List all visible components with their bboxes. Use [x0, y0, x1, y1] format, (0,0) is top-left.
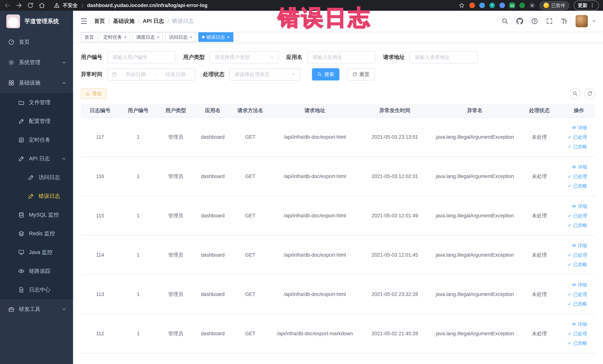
close-icon[interactable]: × — [157, 35, 159, 39]
extension-icon[interactable]: on — [509, 3, 515, 8]
sidebar-fold-icon[interactable] — [80, 17, 88, 25]
user-id-input[interactable] — [107, 51, 175, 63]
user-type-select[interactable]: 请选择用户类型 — [209, 51, 278, 63]
extension-icon[interactable] — [479, 3, 485, 8]
browser-menu-dots-icon[interactable] — [590, 3, 595, 8]
extension-icon[interactable] — [499, 3, 505, 8]
extension-icon[interactable]: Y — [489, 3, 495, 8]
sidebar-item-error-log[interactable]: 错误日志 — [0, 187, 73, 205]
sidebar-item-home[interactable]: 首页 — [0, 32, 73, 52]
paused-badge[interactable]: 已暂停 — [539, 1, 569, 10]
close-icon[interactable]: × — [124, 35, 127, 39]
sidebar-item-label: Java 监控 — [29, 249, 52, 256]
browser-update-button[interactable]: 更新 — [574, 0, 599, 10]
detail-link[interactable]: 详细 — [572, 203, 587, 209]
search-button-label: 搜索 — [324, 71, 334, 78]
app-logo[interactable]: 芋道管理系统 — [0, 11, 73, 32]
browser-reload-button[interactable] — [27, 2, 34, 9]
breadcrumb-api-logs[interactable]: API 日志 — [143, 17, 164, 25]
sidebar-item-java-monitor[interactable]: Java 监控 — [0, 243, 73, 262]
mark-ignored-link[interactable]: 已忽略 — [567, 143, 587, 150]
process-status-select[interactable]: 请选择处理状态 — [229, 68, 300, 81]
sidebar-item-file-management[interactable]: 文件管理 — [0, 93, 73, 112]
user-avatar[interactable] — [576, 15, 588, 27]
cell-method: GET — [231, 292, 269, 297]
bookmark-star-icon[interactable] — [459, 2, 465, 9]
mark-processed-link[interactable]: 已处理 — [567, 213, 587, 219]
mark-processed-link[interactable]: 已处理 — [567, 252, 587, 258]
eye-icon — [572, 125, 576, 130]
detail-link[interactable]: 详细 — [572, 164, 587, 170]
cell-user-id: 1 — [119, 252, 157, 258]
tab-error-log[interactable]: 错误日志 × — [198, 32, 233, 42]
tab-schedule-log[interactable]: 调度日志 × — [133, 32, 163, 42]
sidebar-item-infrastructure[interactable]: 基础设施 — [0, 73, 73, 93]
mark-processed-link[interactable]: 已处理 — [567, 134, 587, 140]
help-icon[interactable] — [531, 18, 538, 25]
address-bar[interactable]: 不安全 | dashboard.yudao.iocoder.cn/infra/l… — [54, 2, 208, 9]
sidebar-item-access-log[interactable]: 访问日志 — [0, 168, 73, 187]
browser-forward-button[interactable] — [16, 2, 22, 9]
sidebar-item-scheduled-jobs[interactable]: 定时任务 — [0, 130, 73, 149]
extension-icon[interactable] — [469, 3, 475, 8]
cell-user-type: 管理员 — [157, 212, 195, 219]
close-icon[interactable]: × — [227, 35, 230, 39]
sidebar-item-config-management[interactable]: 配置管理 — [0, 112, 73, 130]
mark-ignored-link[interactable]: 已忽略 — [567, 183, 587, 189]
address-divider: | — [82, 3, 83, 8]
font-size-icon[interactable] — [561, 18, 568, 25]
sidebar-item-mysql-monitor[interactable]: MySQL 监控 — [0, 205, 73, 224]
app-name-input[interactable] — [307, 51, 375, 63]
browser-home-button[interactable] — [39, 2, 45, 9]
header-search-icon[interactable] — [501, 18, 509, 25]
mark-processed-link[interactable]: 已处理 — [567, 291, 587, 297]
reset-button[interactable]: 重置 — [347, 68, 375, 81]
tab-label: 调度日志 — [136, 34, 155, 40]
toggle-search-button[interactable] — [570, 88, 580, 99]
mark-ignored-link[interactable]: 已忽略 — [567, 301, 587, 307]
detail-link[interactable]: 详细 — [572, 282, 587, 288]
calendar-icon — [112, 72, 117, 77]
page-content: 用户编号 用户类型 请选择用户类型 应用名 请求地址 — [73, 43, 603, 364]
sidebar-item-api-logs[interactable]: API 日志 — [0, 149, 73, 168]
mark-ignored-link[interactable]: 已忽略 — [567, 261, 587, 268]
tab-label: 访问日志 — [169, 34, 188, 40]
sidebar-item-system-management[interactable]: 系统管理 — [0, 52, 73, 73]
detail-link-label: 详细 — [578, 125, 587, 131]
github-icon[interactable] — [516, 18, 523, 25]
exception-time-range-picker[interactable]: 开始日期 - 结束日期 — [107, 68, 195, 81]
check-icon — [567, 302, 572, 306]
sidebar-item-trace[interactable]: 链路追踪 — [0, 262, 73, 280]
tab-scheduled-jobs[interactable]: 定时任务 × — [100, 32, 130, 42]
breadcrumb-infrastructure[interactable]: 基础设施 — [113, 17, 135, 25]
request-url-input[interactable] — [409, 51, 478, 63]
cell-log-id: 113 — [81, 292, 119, 297]
tab-home[interactable]: 首页 — [81, 32, 97, 42]
sidebar-item-dev-tools[interactable]: 研发工具 — [0, 299, 73, 319]
mark-ignored-link[interactable]: 已忽略 — [567, 340, 587, 346]
refresh-table-button[interactable] — [584, 88, 595, 99]
detail-link[interactable]: 详细 — [572, 243, 587, 249]
mark-processed-link[interactable]: 已处理 — [567, 173, 587, 179]
breadcrumb-home[interactable]: 首页 — [94, 17, 105, 25]
search-button[interactable]: 搜索 — [312, 68, 339, 81]
export-button[interactable]: 导出 — [81, 88, 107, 99]
close-icon[interactable]: × — [189, 35, 192, 39]
mark-ignored-link[interactable]: 已忽略 — [567, 222, 587, 228]
extension-paw-icon[interactable] — [529, 3, 535, 8]
detail-link[interactable]: 详细 — [572, 321, 587, 327]
fullscreen-icon[interactable] — [546, 18, 553, 25]
cell-log-id: 114 — [81, 252, 119, 258]
table-row: 112 1 管理员 dashboard GET /api/infra/db-do… — [81, 314, 595, 353]
tab-label: 错误日志 — [207, 34, 225, 40]
table-row: 117 1 管理员 dashboard GET /api/infra/db-do… — [81, 117, 595, 157]
column-header-log-id: 日志编号 — [81, 107, 119, 114]
extension-icon[interactable] — [519, 3, 525, 8]
tab-access-log[interactable]: 访问日志 × — [165, 32, 196, 42]
detail-link[interactable]: 详细 — [572, 125, 587, 131]
mark-processed-link[interactable]: 已处理 — [567, 331, 587, 337]
user-menu-caret-icon[interactable] — [591, 19, 596, 23]
sidebar-item-redis-monitor[interactable]: Redis 监控 — [0, 224, 73, 243]
sidebar-item-log-center[interactable]: 日志中心 — [0, 280, 73, 299]
browser-back-button[interactable] — [4, 2, 11, 9]
